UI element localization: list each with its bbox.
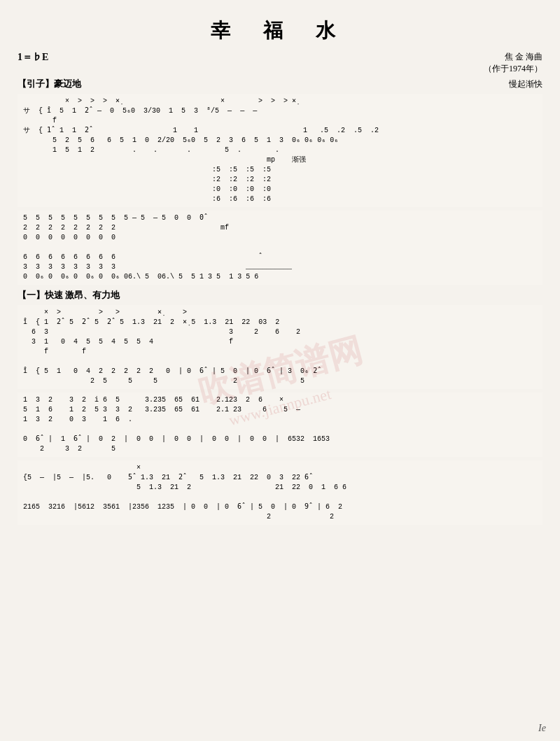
- score-row-4: 1 3 2 3 2 i 6 5 3.235 65 61 2.123 2 6 × …: [23, 395, 537, 454]
- score-row-1: × > > > ×̣ × > > > ×̣ サ { i̊ 5 1 2̂ — 0 …: [23, 97, 537, 155]
- score-row-3: × > > > ×̣ > i̊ { 1 2̂ 5 2̂ 5 2̂ 5 1.3 2…: [23, 308, 537, 386]
- score-system-1: × > > > ×̣ × > > > ×̣ サ { i̊ 5 1 2̂ — 0 …: [18, 94, 542, 207]
- score-system-5: × {5 — |5 — |5. 0 5̂ 1.3 21 2̂ 5 1.3 21 …: [18, 460, 542, 525]
- top-info: 1＝♭E 焦 金 海曲 （作于1974年）: [18, 51, 542, 75]
- corner-text: Ie: [538, 723, 546, 734]
- key-signature: 1＝♭E: [18, 51, 48, 64]
- section1-label: 【一】快速 激昂、有力地: [18, 289, 542, 302]
- page: 幸 福 水 1＝♭E 焦 金 海曲 （作于1974年） 【引子】豪迈地 慢起渐快…: [0, 0, 560, 741]
- score-row-1b: mp 渐强 :5 :5 :5 :5 :2 :2 :2 :2 :0 :0 :0 :…: [23, 155, 537, 204]
- composer-name: 焦 金 海曲: [484, 51, 542, 63]
- page-title: 幸 福 水: [18, 17, 542, 44]
- score-row-2: 5 5 5 5 5 5 5 5 5 — 5 — 5 0 0 0̂ 2 2 2 2…: [23, 213, 537, 282]
- score-system-4: 1 3 2 3 2 i 6 5 3.235 65 61 2.123 2 6 × …: [18, 393, 542, 457]
- tempo-mark: 慢起渐快: [509, 78, 542, 90]
- score-system-3: × > > > ×̣ > i̊ { 1 2̂ 5 2̂ 5 2̂ 5 1.3 2…: [18, 305, 542, 389]
- score-row-5: × {5 — |5 — |5. 0 5̂ 1.3 21 2̂ 5 1.3 21 …: [23, 463, 537, 522]
- score-system-2: 5 5 5 5 5 5 5 5 5 — 5 — 5 0 0 0̂ 2 2 2 2…: [18, 211, 542, 285]
- year-label: （作于1974年）: [484, 63, 542, 75]
- intro-label: 【引子】豪迈地: [18, 78, 81, 90]
